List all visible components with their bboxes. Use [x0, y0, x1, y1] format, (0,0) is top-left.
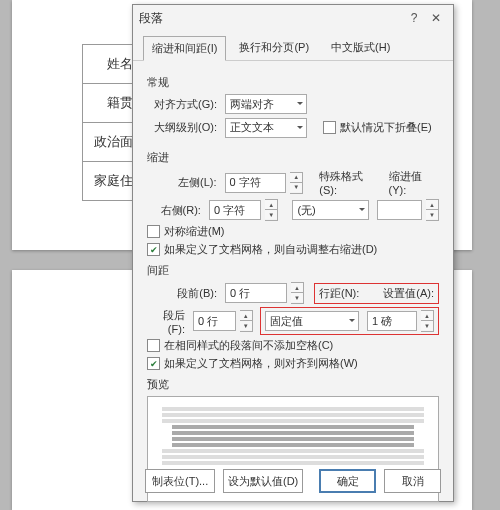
help-icon[interactable]: ? — [403, 11, 425, 25]
left-input[interactable]: 0 字符 — [225, 173, 287, 193]
alignment-select[interactable]: 两端对齐 — [225, 94, 307, 114]
before-label: 段前(B): — [147, 286, 221, 301]
special-label: 特殊格式(S): — [319, 169, 380, 196]
autoadjust-checkbox[interactable]: ✔如果定义了文档网格，则自动调整右缩进(D) — [147, 242, 439, 257]
mirror-checkbox[interactable]: 对称缩进(M) — [147, 224, 439, 239]
special-select[interactable]: (无) — [292, 200, 369, 220]
right-label: 右侧(R): — [147, 203, 205, 218]
indentby-input[interactable] — [377, 200, 422, 220]
setat-label: 设置值(A): — [383, 286, 434, 301]
alignment-label: 对齐方式(G): — [147, 97, 221, 112]
before-input[interactable]: 0 行 — [225, 283, 287, 303]
default-button[interactable]: 设为默认值(D) — [223, 469, 303, 493]
setat-stepper[interactable]: ▲▼ — [421, 310, 434, 332]
outline-label: 大纲级别(O): — [147, 120, 221, 135]
after-stepper[interactable]: ▲▼ — [240, 310, 253, 332]
section-preview: 预览 — [147, 377, 439, 392]
collapse-checkbox: 默认情况下折叠(E) — [323, 120, 432, 135]
snap-checkbox[interactable]: ✔如果定义了文档网格，则对齐到网格(W) — [147, 356, 439, 371]
section-spacing: 间距 — [147, 263, 439, 278]
before-stepper[interactable]: ▲▼ — [291, 282, 304, 304]
dialog-title: 段落 — [139, 10, 163, 27]
after-label: 段后(F): — [147, 308, 189, 335]
right-input[interactable]: 0 字符 — [209, 200, 261, 220]
left-stepper[interactable]: ▲▼ — [290, 172, 303, 194]
ok-button[interactable]: 确定 — [319, 469, 376, 493]
linespacing-label: 行距(N): — [319, 286, 359, 301]
after-input[interactable]: 0 行 — [193, 311, 236, 331]
outline-select[interactable]: 正文文本 — [225, 118, 307, 138]
indentby-stepper[interactable]: ▲▼ — [426, 199, 439, 221]
linespacing-select[interactable]: 固定值 — [265, 311, 359, 331]
tab-indent[interactable]: 缩进和间距(I) — [143, 36, 226, 61]
nospace-checkbox[interactable]: 在相同样式的段落间不添加空格(C) — [147, 338, 439, 353]
tab-asian[interactable]: 中文版式(H) — [322, 35, 399, 60]
section-indent: 缩进 — [147, 150, 439, 165]
tab-breaks[interactable]: 换行和分页(P) — [230, 35, 318, 60]
cancel-button[interactable]: 取消 — [384, 469, 441, 493]
indentby-label: 缩进值(Y): — [389, 169, 439, 196]
tabs-button[interactable]: 制表位(T)... — [145, 469, 215, 493]
left-label: 左侧(L): — [147, 175, 221, 190]
right-stepper[interactable]: ▲▼ — [265, 199, 278, 221]
paragraph-dialog: 段落 ? ✕ 缩进和间距(I) 换行和分页(P) 中文版式(H) 常规 对齐方式… — [132, 4, 454, 502]
section-general: 常规 — [147, 75, 439, 90]
setat-input[interactable]: 1 磅 — [367, 311, 417, 331]
close-icon[interactable]: ✕ — [425, 11, 447, 25]
